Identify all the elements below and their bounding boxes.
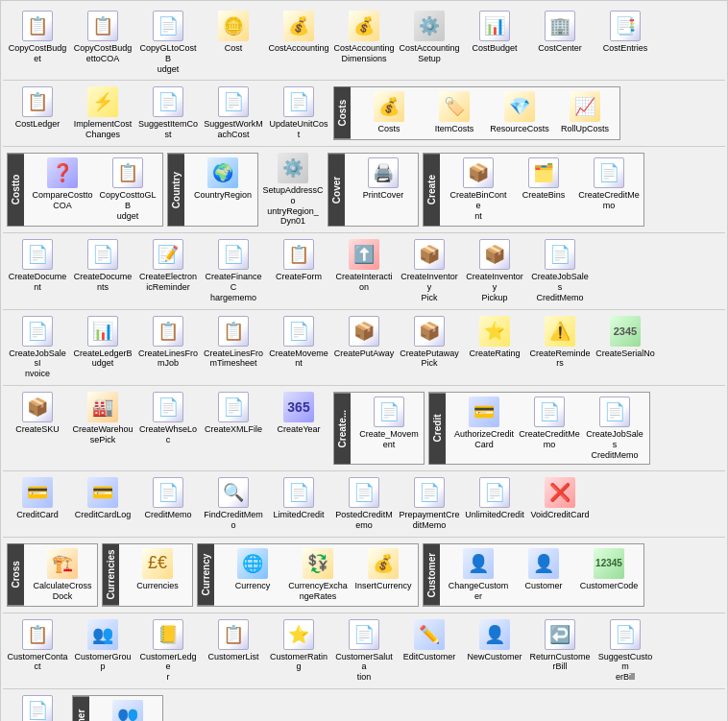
section-label-cover: Cover xyxy=(328,154,345,226)
item-ChangeCustomer[interactable]: 👤 ChangeCustomer xyxy=(446,546,511,604)
item-CustomerCode[interactable]: 12345 CustomerCode xyxy=(576,546,642,593)
item-CustomerSalutation[interactable]: 📄 CustomerSalutation xyxy=(331,617,397,685)
row-2: 📋 CostLedger ⚡ ImplementCostChanges 📄 Su… xyxy=(3,81,725,147)
item-Costs[interactable]: 💰 Costs xyxy=(356,89,422,136)
item-ItemCosts[interactable]: 🏷️ ItemCosts xyxy=(422,89,487,136)
section-currencies-items: £€ Currencies xyxy=(123,544,192,606)
item-CreateLinesFromJob[interactable]: 📋 CreateLinesFromJob xyxy=(135,314,201,372)
item-CustomerLedger[interactable]: 📒 CustomerLedger xyxy=(135,617,201,685)
item-CreateBinContent[interactable]: 📦 CreateBinContent xyxy=(446,156,511,223)
item-Currencies[interactable]: £€ Currencies xyxy=(125,546,190,593)
item-Cost[interactable]: 🪙 Cost xyxy=(201,9,266,56)
item-PrepaymentCreditMemo[interactable]: 📄 PrepaymentCreditMemo xyxy=(397,475,462,533)
item-CountryRegion[interactable]: 🌍 CountryRegion xyxy=(190,156,255,203)
item-SuggestCustomerPayments[interactable]: 📄 SuggestCustomerPayments xyxy=(5,693,70,721)
item-CreateDocuments[interactable]: 📄 CreateDocuments xyxy=(70,237,135,295)
item-CreateLedgerBudget[interactable]: 📊 CreateLedgerBudget xyxy=(70,314,135,372)
item-CopyCostBudget[interactable]: 📋 CopyCostBudg et xyxy=(5,9,70,66)
item-CreateXMLFile[interactable]: 📄 CreateXMLFile xyxy=(201,390,266,437)
section-costto: Costto ❓ CompareCosttoCOA 📋 CopyCosttoGL… xyxy=(7,153,163,227)
item-CustomerContact[interactable]: 📋 CustomerContact xyxy=(5,617,70,675)
item-CreateFinanceChargeMemo[interactable]: 📄 CreateFinanceChargememo xyxy=(201,237,266,304)
item-CreditCardLog[interactable]: 💳 CreditCardLog xyxy=(70,475,135,522)
item-CreateElectronicReminder[interactable]: 📝 CreateElectronicReminder xyxy=(135,237,201,295)
item-FindCreditMemo[interactable]: 🔍 FindCreditMemo xyxy=(201,475,266,533)
item-CustomerList[interactable]: 📋 CustomerList xyxy=(201,617,266,664)
section-currencies: Currencies £€ Currencies xyxy=(102,543,193,607)
section-label-customer: Customer xyxy=(424,544,440,606)
item-CurrencyExchangeRates[interactable]: 💱 CurrencyExchangeRates xyxy=(285,546,351,604)
item-ResourceCosts[interactable]: 💎 ResourceCosts xyxy=(487,89,552,136)
section-label-currency: Currency xyxy=(198,544,214,606)
item-CreateCreditMemo2[interactable]: 📄 CreateCreditMemo xyxy=(517,395,582,452)
item-Customer[interactable]: 👤 Customer xyxy=(511,546,576,593)
item-CreateYear[interactable]: 365 CreateYear xyxy=(266,390,331,437)
item-EditCustomer[interactable]: ✏️ EditCustomer xyxy=(397,617,462,664)
item-CopyCosttoGLBudget[interactable]: 📋 CopyCosttoGLBudget xyxy=(95,156,160,223)
item-CreateSerialNo[interactable]: 2345 CreateSerialNo xyxy=(593,314,658,361)
item-CreatePutAway[interactable]: 📦 CreatePutAway xyxy=(331,314,397,361)
item-SuggestItemCost[interactable]: 📄 SuggestItemCost xyxy=(135,84,201,142)
item-CustomerGroup[interactable]: 👥 CustomerGroup xyxy=(70,617,135,675)
item-CreateDocument[interactable]: 📄 CreateDocument xyxy=(5,237,70,295)
item-Create_Movement[interactable]: 📄 Create_Movement xyxy=(356,395,422,452)
item-CreateRating[interactable]: ⭐ CreateRating xyxy=(462,314,527,361)
section-label-cross: Cross xyxy=(8,544,24,606)
item-AuthorizeCreditCard[interactable]: 💳 AuthorizeCreditCard xyxy=(451,395,517,452)
item-CostEntries[interactable]: 📑 CostEntries xyxy=(593,9,658,56)
item-SetupAddressCountryRegionDyn01[interactable]: ⚙️ SetupAddressCountryRegion_Dyn01 xyxy=(260,151,326,228)
item-CreditCard[interactable]: 💳 CreditCard xyxy=(5,475,70,522)
row-1: 📋 CopyCostBudg et 📋 CopyCostBudgettoCOA … xyxy=(3,5,725,81)
item-CreateInventoryPickup[interactable]: 📦 CreateInventoryPickup xyxy=(462,237,527,304)
item-SuggestWorkMachCost[interactable]: 📄 SuggestWorkMachCost xyxy=(201,84,266,142)
item-CostAccountingDimensions[interactable]: 💰 CostAccountingDimensions xyxy=(331,9,397,66)
item-CreateBins[interactable]: 🗂️ CreateBins xyxy=(511,156,576,203)
item-CompareCosttoCOA[interactable]: ❓ CompareCosttoCOA xyxy=(30,156,95,213)
item-CreatePutAwayPick[interactable]: 📦 CreatePutawayPick xyxy=(397,314,462,372)
item-CopyCostBudgetToCOA[interactable]: 📋 CopyCostBudgettoCOA xyxy=(70,9,135,66)
item-CostLedger[interactable]: 📋 CostLedger xyxy=(5,84,70,132)
section-label-costomer: Costomer xyxy=(73,696,89,721)
item-ReturnCustomerBill[interactable]: ↩️ ReturnCustomerBill xyxy=(527,617,593,675)
section-country-items: 🌍 CountryRegion xyxy=(188,154,257,226)
item-UnlimitedCredit[interactable]: 📄 UnlimitedCredit xyxy=(462,475,527,522)
row-3: Costto ❓ CompareCosttoCOA 📋 CopyCosttoGL… xyxy=(3,147,725,233)
item-PostedCreditMemo[interactable]: 📄 PostedCreditMemo xyxy=(331,475,397,533)
item-CreateWhseLoc[interactable]: 📄 CreateWhseLoc xyxy=(135,390,201,447)
item-CreateForm[interactable]: 📋 CreateForm xyxy=(266,237,331,284)
item-CreateCreditMemo[interactable]: 📄 CreateCreditMemo xyxy=(576,156,642,213)
item-CreateJobSalesCreditMemo2[interactable]: 📄 CreateJobSalesCreditMemo xyxy=(582,395,647,462)
item-CreateLinesFromTimesheet[interactable]: 📋 CreateLinesFromTimesheet xyxy=(201,314,266,372)
item-VoidCreditCard[interactable]: ❌ VoidCreditCard xyxy=(527,475,593,522)
item-CostAccountingSetup[interactable]: ⚙️ CostAccountingSetup xyxy=(397,9,462,66)
item-RollUpCosts[interactable]: 📈 RollUpCosts xyxy=(552,89,618,136)
item-InsertCurrency[interactable]: 💰 InsertCurrency xyxy=(351,546,416,593)
section-credit: Credit 💳 AuthorizeCreditCard 📄 CreateCre… xyxy=(428,392,650,465)
item-CreateJobSalesInvoice[interactable]: 📄 CreateJobSalesInvoice xyxy=(5,314,70,381)
item-CostAccounting[interactable]: 💰 CostAccounting xyxy=(266,9,331,56)
item-NewCustomer[interactable]: 👤 NewCustomer xyxy=(462,617,527,664)
item-LimitedCredit[interactable]: 📄 LimitedCredit xyxy=(266,475,331,522)
item-CustomermerGroup[interactable]: 👥 CustomermerGroup xyxy=(95,698,160,721)
item-SuggestCustomerBill[interactable]: 📄 SuggestCustomerBill xyxy=(593,617,658,685)
item-ImplementCostChanges[interactable]: ⚡ ImplementCostChanges xyxy=(70,84,135,142)
item-Currency[interactable]: 🌐 Currency xyxy=(220,546,285,593)
item-CreateReminders[interactable]: ⚠️ CreateReminders xyxy=(527,314,593,372)
item-CreateInteraction[interactable]: ⬆️ CreateInteraction xyxy=(331,237,397,295)
item-PrintCover[interactable]: 🖨️ PrintCover xyxy=(351,156,416,203)
item-CreateInventoryPick[interactable]: 📦 CreateInventoryPick xyxy=(397,237,462,304)
item-CostCenter[interactable]: 🏢 CostCenter xyxy=(527,9,593,56)
item-UpdateUnitCost[interactable]: 📄 UpdateUnitCost xyxy=(266,84,331,142)
item-CreateWarehousePick[interactable]: 🏭 CreateWarehousePick xyxy=(70,390,135,447)
row-10: 📄 SuggestCustomerPayments Costomer 👥 Cus… xyxy=(3,689,725,721)
item-CreateMovement[interactable]: 📄 CreateMovement xyxy=(266,314,331,372)
item-CreateSKU[interactable]: 📦 CreateSKU xyxy=(5,390,70,437)
section-label-costs: Costs xyxy=(334,87,351,139)
item-CostBudget[interactable]: 📊 CostBudget xyxy=(462,9,527,56)
item-CustomerRating[interactable]: ⭐ CustomerRating xyxy=(266,617,331,675)
item-CreditMemo[interactable]: 📄 CreditMemo xyxy=(135,475,201,522)
item-CalculateCrossDock[interactable]: 🏗️ CalculateCrossDock xyxy=(30,546,95,604)
item-CreateJobSalesCreditMemo[interactable]: 📄 CreateJobSalesCreditMemo xyxy=(527,237,593,304)
item-CopyGLtoCostBudget[interactable]: 📄 CopyGLtoCostBudget xyxy=(135,9,201,76)
section-country: Country 🌍 CountryRegion xyxy=(167,153,258,227)
